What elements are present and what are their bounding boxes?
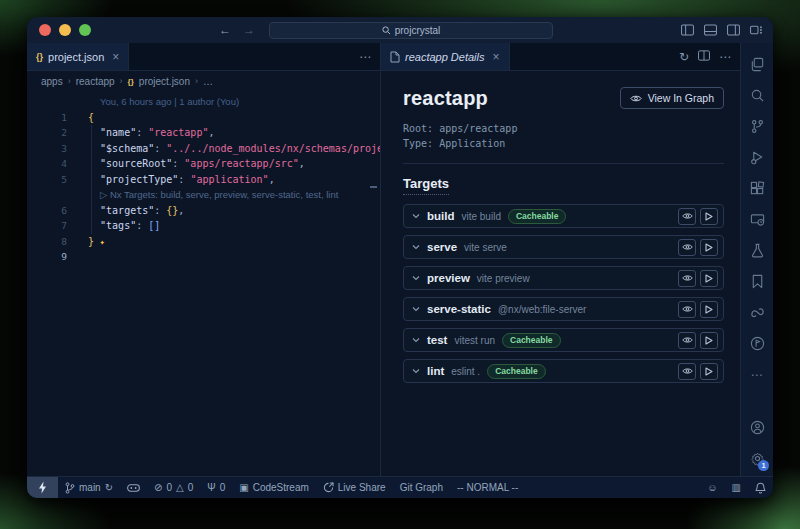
target-row[interactable]: test vitest run Cacheable (403, 328, 724, 352)
view-target-config-button[interactable] (678, 208, 696, 225)
target-row[interactable]: lint eslint . Cacheable (403, 359, 724, 383)
chevron-down-icon[interactable] (412, 275, 420, 281)
editor-group-left: {} project.json × ⋯ apps › reactapp › {}… (27, 43, 380, 476)
target-row[interactable]: serve-static @nx/web:file-server (403, 297, 724, 321)
customize-layout-icon[interactable] (750, 24, 763, 36)
eye-icon (682, 305, 693, 313)
codestream-item[interactable]: ▣CodeStream (232, 477, 316, 498)
view-target-config-button[interactable] (678, 332, 696, 349)
chevron-down-icon[interactable] (412, 306, 420, 312)
code-editor[interactable]: You, 6 hours ago | 1 author (You) 1 { 2 … (27, 91, 380, 476)
run-target-button[interactable] (700, 363, 718, 380)
target-row[interactable]: build vite build Cacheable (403, 204, 724, 228)
tab-project-json[interactable]: {} project.json × (27, 43, 129, 70)
breadcrumb-item-apps[interactable]: apps (41, 76, 63, 87)
breadcrumb-item-file[interactable]: project.json (139, 76, 190, 87)
copilot-icon (127, 483, 140, 493)
copilot-status-item[interactable] (120, 477, 147, 498)
target-row[interactable]: serve vite serve (403, 235, 724, 259)
play-icon (705, 274, 713, 283)
more-actions-icon[interactable]: ⋯ (719, 50, 731, 64)
tab-reactapp-details[interactable]: reactapp Details × (381, 43, 510, 70)
eye-icon (682, 336, 693, 344)
chevron-down-icon[interactable] (412, 213, 420, 219)
live-share-item[interactable]: Live Share (316, 477, 393, 498)
cacheable-badge: Cacheable (487, 364, 546, 379)
codestream-icon: ▣ (239, 482, 248, 493)
feedback-smiley-icon[interactable]: ☺ (700, 482, 724, 493)
nx-console-icon[interactable] (741, 297, 773, 328)
code-line: 9 (27, 249, 380, 265)
chevron-down-icon[interactable] (412, 244, 420, 250)
settings-gear-icon[interactable]: 1 (741, 443, 773, 474)
toggle-secondary-sidebar-icon[interactable] (727, 24, 740, 36)
remote-indicator[interactable] (27, 477, 58, 498)
project-flag-icon[interactable] (741, 328, 773, 359)
explorer-icon[interactable] (741, 49, 773, 80)
minimize-window-button[interactable] (59, 24, 71, 36)
remote-explorer-icon[interactable] (741, 204, 773, 235)
navigate-forward-icon[interactable]: → (243, 23, 255, 37)
ports-item[interactable]: Ψ0 (200, 477, 232, 498)
run-target-button[interactable] (700, 301, 718, 318)
target-command: vite serve (464, 242, 507, 253)
editor-actions-more-icon[interactable]: ⋯ (359, 50, 371, 64)
target-list: build vite build Cacheable serve vite se… (403, 204, 724, 383)
git-graph-item[interactable]: Git Graph (393, 477, 450, 498)
view-target-config-button[interactable] (678, 239, 696, 256)
page-title: reactapp (403, 87, 488, 110)
extensions-icon[interactable] (741, 173, 773, 204)
line-content (67, 249, 88, 265)
refresh-icon[interactable]: ↻ (679, 50, 689, 64)
view-in-graph-label: View In Graph (648, 92, 714, 104)
project-details-panel: reactapp View In Graph Root: apps/reacta… (381, 71, 740, 476)
run-target-button[interactable] (700, 239, 718, 256)
notifications-bell-icon[interactable] (748, 482, 773, 494)
warnings-icon: △ (176, 482, 184, 493)
run-target-button[interactable] (700, 270, 718, 287)
view-in-graph-button[interactable]: View In Graph (620, 87, 724, 109)
additional-views-icon[interactable]: ⋯ (741, 359, 773, 390)
view-target-config-button[interactable] (678, 363, 696, 380)
overview-ruler-mark (370, 186, 377, 188)
target-command: vite preview (477, 273, 530, 284)
toggle-primary-sidebar-icon[interactable] (681, 24, 694, 36)
close-tab-icon[interactable]: × (493, 50, 500, 64)
bookmarks-icon[interactable] (741, 266, 773, 297)
json-file-icon: {} (36, 52, 43, 62)
target-row[interactable]: preview vite preview (403, 266, 724, 290)
toggle-panel-icon[interactable] (704, 24, 717, 36)
line-number: 4 (27, 156, 67, 172)
problems-item[interactable]: ⊘0 △0 (147, 477, 200, 498)
zoom-window-button[interactable] (79, 24, 91, 36)
search-icon (382, 26, 391, 35)
settings-badge: 1 (758, 460, 769, 471)
split-editor-icon[interactable] (698, 50, 710, 64)
testing-beaker-icon[interactable] (741, 235, 773, 266)
breadcrumb-item-reactapp[interactable]: reactapp (76, 76, 115, 87)
command-center-search[interactable]: projcrystal (269, 22, 553, 39)
line-number (27, 94, 67, 110)
run-target-button[interactable] (700, 332, 718, 349)
chevron-down-icon[interactable] (412, 368, 420, 374)
layout-columns-icon[interactable]: ▥ (725, 482, 748, 493)
search-icon[interactable] (741, 80, 773, 111)
status-bar: main ↻ ⊘0 △0 Ψ0 ▣CodeStream Live Share G… (27, 476, 773, 498)
close-window-button[interactable] (39, 24, 51, 36)
source-control-icon[interactable] (741, 111, 773, 142)
vim-mode-indicator: -- NORMAL -- (450, 477, 525, 498)
breadcrumb-item-symbol[interactable]: … (203, 76, 213, 87)
code-line: 4 "sourceRoot": "apps/reactapp/src", (27, 156, 380, 172)
navigate-back-icon[interactable]: ← (219, 23, 231, 37)
project-type-line: Type: Application (403, 136, 724, 151)
view-target-config-button[interactable] (678, 270, 696, 287)
left-tab-bar: {} project.json × ⋯ (27, 43, 380, 71)
accounts-icon[interactable] (741, 412, 773, 443)
close-tab-icon[interactable]: × (112, 50, 119, 64)
eye-icon (682, 243, 693, 251)
chevron-down-icon[interactable] (412, 337, 420, 343)
view-target-config-button[interactable] (678, 301, 696, 318)
run-debug-icon[interactable] (741, 142, 773, 173)
git-branch-item[interactable]: main ↻ (58, 477, 120, 498)
run-target-button[interactable] (700, 208, 718, 225)
